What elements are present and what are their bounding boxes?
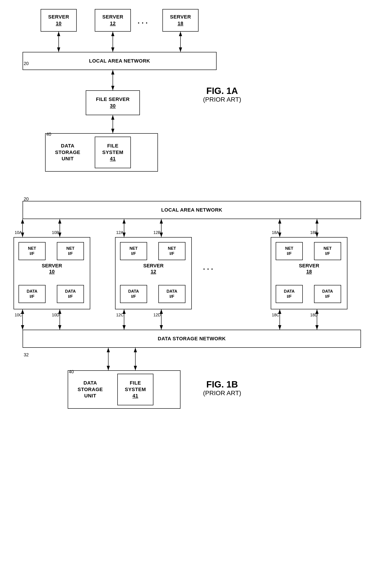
net-if-10-left-label: NETI/F <box>28 246 36 256</box>
net-if-12-left: NETI/F <box>120 242 147 260</box>
data-if-12-left: DATAI/F <box>120 285 147 303</box>
data-if-18-right-label: DATAI/F <box>322 289 333 299</box>
port-18a: 18A <box>272 230 279 235</box>
data-if-12-right-label: DATAI/F <box>167 289 177 299</box>
port-10b: 10B <box>52 230 59 235</box>
server-10-box: SERVER 10 <box>41 9 77 32</box>
fig-1a-label: FIG. 1A (PRIOR ART) <box>203 86 241 103</box>
data-storage-network-label: DATA STORAGE NETWORK <box>158 336 226 342</box>
port-18d: 18D <box>310 313 318 317</box>
data-if-10-left: DATAI/F <box>19 285 46 303</box>
data-storage-unit-1a: DATA STORAGE UNIT <box>47 137 88 168</box>
server-18-num: 18 <box>170 20 191 27</box>
net-if-10-left: NETI/F <box>19 242 46 260</box>
dots-1a: . . . <box>138 17 148 25</box>
server-10-label: SERVER <box>48 14 69 20</box>
file-system-1a-box: FILESYSTEM 41 <box>95 137 131 168</box>
dsn-num: 32 <box>24 352 29 357</box>
server-group-10: NETI/F NETI/F SERVER10 DATAI/F DATAI/F <box>14 237 90 309</box>
data-if-18-right: DATAI/F <box>314 285 341 303</box>
server-12-label: SERVER <box>102 14 123 20</box>
data-if-18-left-label: DATAI/F <box>284 289 294 299</box>
port-12a: 12A <box>116 230 123 235</box>
net-if-18-left: NETI/F <box>276 242 303 260</box>
data-if-10-right-label: DATAI/F <box>65 289 76 299</box>
net-if-18-right-label: NETI/F <box>324 246 332 256</box>
server-10-num: 10 <box>48 20 69 27</box>
file-system-num-1a: 41 <box>102 156 123 162</box>
lan-1b-label: LOCAL AREA NETWORK <box>161 207 222 213</box>
lan-1a-num: 20 <box>24 61 29 66</box>
fig-1a-title: FIG. 1A <box>203 86 241 96</box>
diagram-container: SERVER 10 SERVER 12 . . . SERVER 18 LOCA… <box>0 0 386 588</box>
file-system-label-1b: FILESYSTEM <box>125 380 146 393</box>
net-if-12-right-label: NETI/F <box>168 246 176 256</box>
server-12-inner-label: SERVER12 <box>116 263 191 274</box>
fig-1b-title: FIG. 1B <box>203 379 241 390</box>
server-group-18: NETI/F NETI/F SERVER18 DATAI/F DATAI/F <box>271 237 347 309</box>
port-18c: 18C <box>272 313 279 317</box>
file-server-label: FILE SERVER <box>96 96 130 103</box>
port-10a: 10A <box>15 230 22 235</box>
port-10d: 10D <box>52 313 59 317</box>
server-18-label: SERVER <box>170 14 191 20</box>
data-storage-unit-label-1a: DATA STORAGE UNIT <box>55 143 80 162</box>
data-if-10-right: DATAI/F <box>57 285 84 303</box>
server-18-inner-label: SERVER18 <box>271 263 347 274</box>
fig-1b-subtitle: (PRIOR ART) <box>203 390 241 397</box>
net-if-12-left-label: NETI/F <box>130 246 138 256</box>
server-12-box: SERVER 12 <box>95 9 131 32</box>
net-if-10-right: NETI/F <box>57 242 84 260</box>
port-12d: 12D <box>154 313 161 317</box>
port-10c: 10C <box>15 313 22 317</box>
port-18b: 18B <box>310 230 317 235</box>
file-server-num: 30 <box>96 103 130 109</box>
data-storage-network-box: DATA STORAGE NETWORK <box>22 330 361 348</box>
server-group-12: NETI/F NETI/F SERVER12 DATAI/F DATAI/F <box>115 237 192 309</box>
port-12c: 12C <box>116 313 124 317</box>
file-system-label-1a: FILESYSTEM <box>102 143 123 156</box>
fig-1b-label: FIG. 1B (PRIOR ART) <box>203 379 241 397</box>
file-system-1b-box: FILESYSTEM 41 <box>117 374 154 405</box>
data-storage-unit-1b: DATA STORAGE UNIT <box>70 374 111 405</box>
dots-1b: . . . <box>203 263 213 272</box>
data-storage-unit-label-1b: DATA STORAGE UNIT <box>77 380 103 399</box>
data-if-12-right: DATAI/F <box>158 285 185 303</box>
lan-1b-box: LOCAL AREA NETWORK <box>22 201 361 219</box>
lan-1a-label: LOCAL AREA NETWORK <box>89 58 150 64</box>
storage-area-num-1a: 40 <box>46 132 51 137</box>
port-12b: 12B <box>154 230 161 235</box>
file-system-num-1b: 41 <box>125 393 146 399</box>
file-server-1a-box: FILE SERVER 30 <box>86 90 140 115</box>
server-12-num: 12 <box>102 20 123 27</box>
data-if-10-left-label: DATAI/F <box>27 289 37 299</box>
server-18-box: SERVER 18 <box>162 9 198 32</box>
data-if-18-left: DATAI/F <box>276 285 303 303</box>
storage-area-num-1b: 40 <box>69 369 74 374</box>
net-if-18-right: NETI/F <box>314 242 341 260</box>
net-if-12-right: NETI/F <box>158 242 185 260</box>
net-if-10-right-label: NETI/F <box>66 246 75 256</box>
server-10-inner-label: SERVER10 <box>14 263 90 274</box>
lan-1a-box: LOCAL AREA NETWORK <box>22 52 217 70</box>
fig-1a-subtitle: (PRIOR ART) <box>203 96 241 103</box>
data-if-12-left-label: DATAI/F <box>128 289 139 299</box>
net-if-18-left-label: NETI/F <box>285 246 293 256</box>
